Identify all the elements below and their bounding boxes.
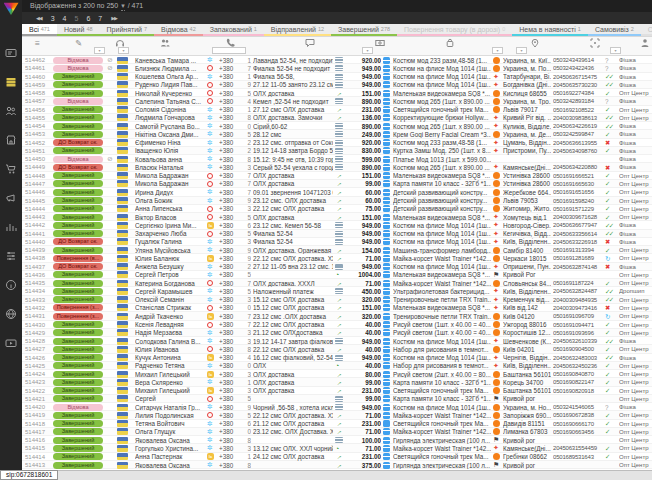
operator-vodafone-icon [207,214,213,220]
order-row[interactable]: 514453ЗавершенийНікітіна Оксана Дми...✲+… [22,130,652,138]
order-row[interactable]: 514448ЗавершенийМикола Бадражан+3807ОЛХ … [22,172,652,180]
page-button-3[interactable]: 3 [51,15,55,22]
tab-самовивіз[interactable]: Самовивіз2 [588,24,641,36]
order-row[interactable]: 514414ЗавершенийАнна Пастернакlc+380124.… [22,453,652,461]
order-row[interactable]: 514446ЗавершенийИрина Дидух✲+380709.01 з… [22,188,652,196]
order-row[interactable]: 514423ЗавершенийВера Скляренко✲+3801ОЛХ … [22,378,652,386]
order-row[interactable]: 514440ДО Возврат ок.Гуцалюк Галина✲+3803… [22,238,652,246]
filter-select-3[interactable]: ▾ [492,47,503,54]
sidebar-item-settings[interactable] [0,242,22,271]
order-row[interactable]: 514413ЗавершенийЯковалева Оксана✲+3808→3… [22,461,652,469]
last-page-button[interactable]: ▶▶ [111,15,117,21]
order-row[interactable]: 514462Відмова⊘Каневська Тамара ...✲+3801… [22,56,652,64]
order-row[interactable]: 514420ВідмоваСитарчук Наталія Гр...✲+380… [22,403,652,411]
tab-нема-в-наявності[interactable]: Нема в наявності1 [512,24,588,36]
filter-select-0[interactable]: ▾ [94,47,105,54]
order-row[interactable]: 514455ЗавершенийЛюдмила Гончарова✲+3808О… [22,114,652,122]
sidebar-item-info[interactable] [0,271,22,300]
tab-запакований[interactable]: Запакований1 [203,24,264,36]
tab-всі[interactable]: Всі471 [22,24,57,36]
order-row[interactable]: 514435ЗавершенийКатерина Богданова+3807О… [22,279,652,287]
carrier-novaposhta-icon: ✦ [493,230,499,238]
sidebar-item-video[interactable] [0,329,22,358]
order-row[interactable]: 514418ЗавершенийТетяна Войтович✲+380621.… [22,420,652,428]
page-button-4[interactable]: 4 [63,15,67,22]
order-row[interactable]: 514444ЗавершенийАнна Липенська+380322.12… [22,205,652,213]
order-row[interactable]: 514439ЗавершенийУляна Мусійовська✲+3809О… [22,246,652,254]
order-row[interactable]: 514422ЗавершенийМихаил Гилецькийlc+3803О… [22,387,652,395]
order-row[interactable]: 514458ЗавершенийНиколай Кучеренко+3805ОЛ… [22,89,652,97]
app-logo-icon[interactable] [4,2,19,15]
client-phone: +380 [219,287,239,295]
tab-сервіси[interactable]: Сервіси0 [641,24,652,36]
order-row[interactable]: 514451ЗавершенийІващенко Юлія✲+380219.12… [22,147,652,155]
filter-select-2[interactable]: ▾ [362,47,373,54]
order-row[interactable]: 514426ЗавершенийКучук Антонинаlc+380416.… [22,354,652,362]
order-row[interactable]: 514442ЗавершенийСергієнко Ірина Ми...lc+… [22,221,652,229]
sidebar-item-language[interactable] [0,300,22,329]
order-row[interactable]: 514460ЗавершенийКошелева Ольга Ар...✲+38… [22,73,652,81]
page-button-6[interactable]: 6 [86,15,90,22]
order-row[interactable]: 514429ЗавершенийНадія Мерзаєва✲+380321.1… [22,329,652,337]
filter-select-4[interactable]: ▾ [516,47,527,54]
order-row[interactable]: 514438Повернення (в...Юлия Баланюкlc+380… [22,254,652,262]
order-row[interactable]: 514415ЗавершенийГоргулько Христина...✲+3… [22,444,652,452]
order-row[interactable]: 514433ЗавершенийОлексій Семанін✲+380315.… [22,296,652,304]
order-row[interactable]: 514452ДО Возврат ок.Єфименко Ніна✲+38022… [22,139,652,147]
payment-transfer-icon: → [335,172,343,180]
order-row[interactable]: 514461Відмова⊘Близнюк Людмила ...+3807Фи… [22,64,652,72]
order-row[interactable]: 514421ЗавершенийСергей+380599.00Карта па… [22,395,652,403]
order-row[interactable]: 514449ДО Возврат ок.Власюк Наталья✲+3803… [22,163,652,171]
order-row[interactable]: 514434ЗавершенийСергей Карамышев✲+3805На… [22,287,652,295]
tab-прийнятий[interactable]: Прийнятий7 [100,24,155,36]
order-row[interactable]: 514443ЗавершенийВіктор Власов+3805ОЛХ до… [22,213,652,221]
first-page-button[interactable]: ◀◀ [36,15,42,21]
order-id: 514420 [25,403,51,411]
order-row[interactable]: 514432Повернення (з...Станіслав Стрижак+… [22,304,652,312]
order-row[interactable]: 514445ЗавершенийОльга Божик✲+380923.12 с… [22,197,652,205]
payment-cell [335,163,346,171]
page-button-7[interactable]: 7 [98,15,102,22]
status-badge-cell: Відмова [53,155,103,163]
order-row[interactable]: 514417ЗавершенийОльга Глущук✲+380023.12 … [22,428,652,436]
sidebar-item-clients[interactable] [0,97,22,126]
ukraine-flag-icon [117,131,128,138]
order-row[interactable]: 514457ВідмоваСалепина Татьяна С...+3804К… [22,97,652,105]
tab-завершений[interactable]: Завершений278 [331,24,397,36]
status-badge: Завершений [53,90,103,97]
order-row[interactable]: 514428ЗавершенийСолодкова Галина В...✲+3… [22,337,652,345]
tab-новий[interactable]: Новий48 [57,24,100,36]
order-row[interactable]: 514447ЗавершенийМикола Бадражан+3807ОЛХ … [22,180,652,188]
page-button-5[interactable]: 5 [75,15,79,22]
sidebar-item-shop[interactable] [0,126,22,155]
tab-повернення-товару-в-дорозі-[interactable]: Повернення товару (в дорозі)0 [397,24,512,36]
tab-відмова[interactable]: Відмова42 [154,24,203,36]
order-row[interactable]: 514456ЗавершенийСоломія Сідоніна✲+380127… [22,106,652,114]
order-row[interactable]: 514441ЗавершенийЗахарченко Люба+3805Фиал… [22,230,652,238]
order-row[interactable]: 514427ЗавершенийЮлия Иванова+380822.12 с… [22,345,652,353]
order-row[interactable]: 514424ЗавершенийМихаил Гилецькийlc+3803О… [22,370,652,378]
operator-vodafone-icon [207,65,213,71]
ukraine-flag-icon [117,371,128,378]
sidebar-item-dashboard[interactable] [0,39,22,68]
order-row[interactable]: 514454ЗавершенийСамотій Руслана Во...✲+3… [22,122,652,130]
sidebar-item-cart[interactable] [0,155,22,184]
order-row[interactable]: 514431Повернення (з...Андрій Ткаченкоlc+… [22,312,652,320]
sidebar-item-statistics[interactable] [0,213,22,242]
order-row[interactable]: 514416ЗавершенийЯковалева Оксана✲+380810… [22,436,652,444]
order-row[interactable]: 514437ДО Возврат ок.Анжела Безушку✲+3802… [22,263,652,271]
order-row[interactable]: 514425ЗавершенийРадченко Тетяна✲+3800ОЛХ… [22,362,652,370]
filter-select-1[interactable]: ▾ [118,47,129,54]
order-row[interactable]: 514436ЗавершенийСергей Петров✲+3805◔1004… [22,271,652,279]
sidebar-item-announcements[interactable] [0,184,22,213]
order-row[interactable]: 514430ЗавершенийКсенія Левадняя+380722.1… [22,321,652,329]
order-row[interactable]: 514450Відмова⊘Ковальова анна✲+380815.12:… [22,155,652,163]
sidebar-item-orders[interactable] [0,68,22,97]
filter-select-5[interactable]: ▾ [610,47,621,54]
order-row[interactable]: 514419ЗавершенийЛилия Подолинская+380522… [22,411,652,419]
order-row[interactable]: 514459ЗавершенийРуденко Лидия Пав...+380… [22,81,652,89]
payment-cell [335,81,346,89]
per-page-dropdown[interactable]: ▾ [121,1,125,11]
tab-відправлений[interactable]: Відправлений12 [264,24,331,36]
filter-input[interactable] [212,47,246,54]
